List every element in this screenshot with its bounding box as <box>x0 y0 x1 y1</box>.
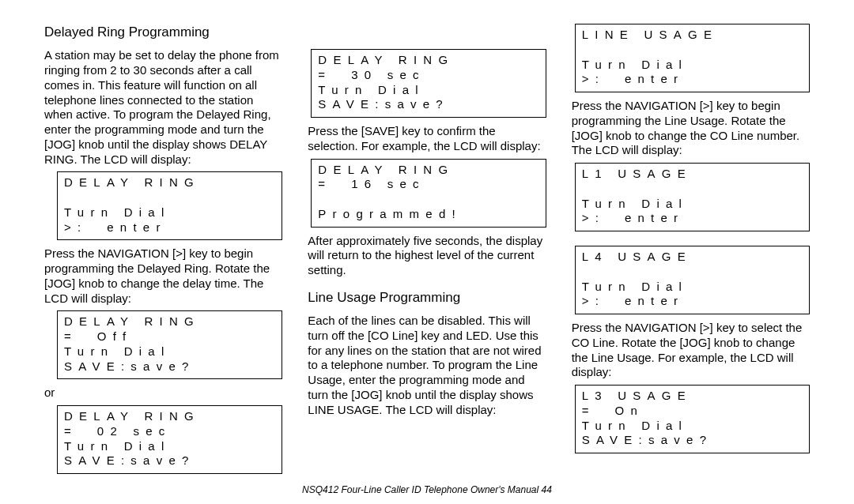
para-nav-begin: Press the NAVIGATION [>] key to begin pr… <box>44 246 282 306</box>
para-select-co-line: Press the NAVIGATION [>] key to select t… <box>572 321 810 380</box>
column-3: LINE USAGE Turn Dial >: enter Press the … <box>572 24 810 480</box>
lcd-line-usage: LINE USAGE Turn Dial >: enter <box>575 24 810 92</box>
lcd-delay-ring-30: DELAY RING = 30 sec Turn Dial SAVE:save? <box>311 49 546 118</box>
page-footer: NSQ412 Four-Line Caller ID Telephone Own… <box>0 484 854 496</box>
para-press-save: Press the [SAVE] key to confirm the sele… <box>308 124 546 154</box>
column-1: Delayed Ring Programming A station may b… <box>44 24 282 480</box>
lcd-delay-ring-1: DELAY RING Turn Dial >: enter <box>57 171 282 240</box>
lcd-delay-ring-off: DELAY RING = Off Turn Dial SAVE:save? <box>57 310 282 379</box>
para-nav-line-usage: Press the NAVIGATION [>] key to begin pr… <box>572 99 810 158</box>
lcd-delay-ring-16: DELAY RING = 16 sec Programmed! <box>311 159 546 228</box>
para-line-usage-intro: Each of the lines can be disabled. This … <box>308 314 546 417</box>
lcd-l4-usage: L4 USAGE Turn Dial >: enter <box>575 246 810 314</box>
para-five-seconds: After approximately five seconds, the di… <box>308 234 546 278</box>
page-columns: Delayed Ring Programming A station may b… <box>44 24 810 480</box>
column-2: DELAY RING = 30 sec Turn Dial SAVE:save?… <box>308 24 546 480</box>
heading-delayed-ring: Delayed Ring Programming <box>44 24 282 40</box>
text-or: or <box>44 386 282 401</box>
heading-line-usage: Line Usage Programming <box>308 289 546 306</box>
lcd-l1-usage: L1 USAGE Turn Dial >: enter <box>575 163 810 231</box>
lcd-l3-usage-on: L3 USAGE = On Turn Dial SAVE:save? <box>575 385 810 453</box>
lcd-delay-ring-02: DELAY RING = 02 sec Turn Dial SAVE:save? <box>57 405 282 474</box>
para-delayed-intro: A station may be set to delay the phone … <box>44 48 282 167</box>
